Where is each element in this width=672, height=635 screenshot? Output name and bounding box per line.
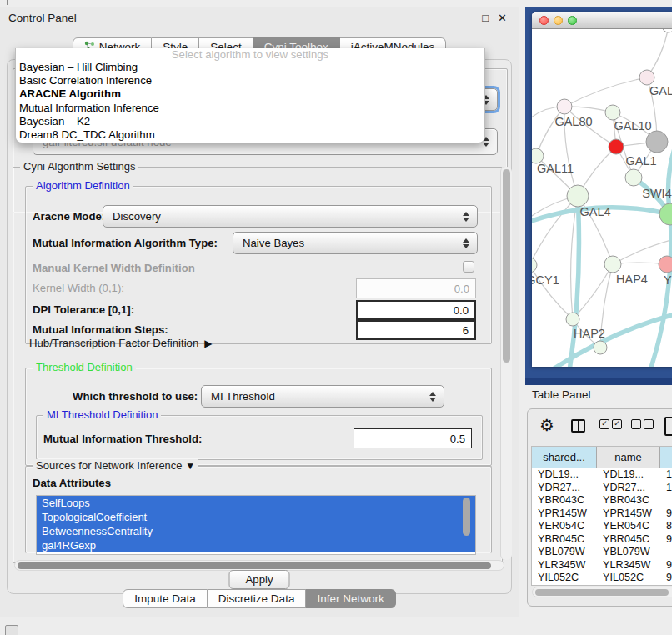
network-node-y[interactable] xyxy=(659,256,672,272)
hub-definition-expander[interactable]: Hub/Transcription Factor Definition ▶ xyxy=(29,337,213,349)
column-header-third[interactable] xyxy=(660,447,672,468)
network-node[interactable] xyxy=(659,203,672,225)
minimize-traffic-light-icon[interactable] xyxy=(554,16,563,25)
manual-kernel-width-checkbox[interactable] xyxy=(463,261,474,272)
network-node-label: HAP2 xyxy=(574,327,605,340)
kernel-width-field[interactable]: 0.0 xyxy=(356,278,476,298)
apply-button[interactable]: Apply xyxy=(229,570,290,589)
table-cell: 9 xyxy=(660,572,672,585)
mi-algorithm-type-combo[interactable]: Naive Bayes xyxy=(233,232,478,254)
network-window-titlebar[interactable] xyxy=(532,12,672,29)
network-canvas[interactable]: GALGAL80GAL10GAL1SWI4GAL11GAL4GCY1HAP4YH… xyxy=(532,29,672,367)
algorithm-option[interactable]: Mutual Information Inference xyxy=(16,102,484,115)
algorithm-option[interactable]: Bayesian – Hill Climbing xyxy=(16,61,484,74)
data-attribute-item[interactable]: BetweennessCentrality xyxy=(37,524,475,538)
export-table-icon[interactable] xyxy=(664,417,672,436)
close-traffic-light-icon[interactable] xyxy=(539,16,549,25)
network-edge[interactable] xyxy=(565,196,579,367)
algorithm-dropdown-popup: Select algorithm to view settings Bayesi… xyxy=(15,48,485,143)
table-cell: YPR145W xyxy=(597,508,660,521)
table-horizontal-scrollbar[interactable] xyxy=(532,587,672,598)
data-attribute-item[interactable]: gal4RGexp xyxy=(37,538,475,552)
algorithm-option[interactable]: Basic Correlation Inference xyxy=(16,74,484,88)
hide-unchecked-columns-icon[interactable] xyxy=(631,419,654,429)
mi-threshold-group: MI Threshold Definition Mutual Informati… xyxy=(36,415,483,460)
float-window-icon[interactable]: □ xyxy=(482,12,489,24)
table-row[interactable]: YLR345WYLR345W9. xyxy=(532,559,672,572)
network-node[interactable] xyxy=(662,29,672,32)
column-header-shared[interactable]: shared... xyxy=(532,447,597,468)
mi-steps-field[interactable]: 6 xyxy=(356,320,476,340)
cyni-algorithm-settings-title: Cyni Algorithm Settings xyxy=(20,160,138,172)
table-row[interactable]: YPR145WYPR145W9. xyxy=(532,508,672,521)
network-edge[interactable] xyxy=(647,29,669,78)
network-node[interactable] xyxy=(609,139,624,154)
attributes-scrollbar[interactable] xyxy=(463,498,470,536)
table-horizontal-thumb[interactable] xyxy=(535,589,669,596)
network-edge[interactable] xyxy=(640,214,671,367)
sources-title-text: Sources for Network Inference xyxy=(36,459,183,472)
algorithm-option[interactable]: Dream8 DC_TDC Algorithm xyxy=(16,128,484,142)
network-edge[interactable] xyxy=(564,78,647,107)
mi-threshold-field[interactable]: 0.5 xyxy=(354,428,472,448)
manual-kernel-width-label: Manual Kernel Width Definition xyxy=(33,262,195,274)
algorithm-option[interactable]: ARACNE Algorithm xyxy=(16,88,484,101)
network-node[interactable] xyxy=(594,341,607,354)
table-row[interactable]: YIL052CYIL052C9 xyxy=(532,572,672,585)
data-attribute-item[interactable]: TopologicalCoefficient xyxy=(37,510,475,524)
data-attribute-item[interactable]: SelfLoops xyxy=(37,496,475,510)
mi-algorithm-type-label: Mutual Information Algorithm Type: xyxy=(33,237,218,249)
close-window-icon[interactable]: ✕ xyxy=(498,12,507,24)
network-edge[interactable] xyxy=(669,129,672,214)
table-row[interactable]: YBR043CYBR043C xyxy=(532,494,672,508)
tab-impute-data[interactable]: Impute Data xyxy=(123,589,208,608)
network-node-gal10[interactable] xyxy=(605,105,620,120)
data-attributes-list[interactable]: SelfLoopsTopologicalCoefficientBetweenne… xyxy=(36,495,476,555)
settings-vertical-thumb[interactable] xyxy=(503,169,510,362)
tab-infer-network[interactable]: Infer Network xyxy=(306,589,395,608)
network-node-hap4[interactable] xyxy=(604,256,621,272)
table-row[interactable]: YDL19...YDL19...13 xyxy=(532,468,672,482)
data-attributes-label: Data Attributes xyxy=(33,477,111,489)
tab-discretize-data[interactable]: Discretize Data xyxy=(208,589,307,608)
table-cell: YLR345W xyxy=(597,559,660,572)
zoom-traffic-light-icon[interactable] xyxy=(568,16,577,25)
table-row[interactable]: YBL079WYBL079W xyxy=(532,546,672,559)
network-node-swi4[interactable] xyxy=(625,169,642,186)
network-node-gal80[interactable] xyxy=(557,99,572,114)
network-node-hap2[interactable] xyxy=(566,312,579,326)
table-cell xyxy=(660,494,672,508)
which-threshold-combo[interactable]: MI Threshold xyxy=(201,385,444,408)
aracne-mode-combo[interactable]: Discovery xyxy=(103,205,478,228)
expander-down-icon[interactable]: ▼ xyxy=(185,460,195,472)
network-view-frame[interactable]: GALGAL80GAL10GAL1SWI4GAL11GAL4GCY1HAP4YH… xyxy=(525,7,672,385)
table-cell: YBL079W xyxy=(597,546,660,559)
table-cell: YBR045C xyxy=(597,533,660,547)
network-node-gcy1[interactable] xyxy=(532,258,537,272)
combo-stepper-icon xyxy=(463,238,469,248)
mi-threshold-group-title: MI Threshold Definition xyxy=(43,408,161,421)
columns-icon[interactable] xyxy=(571,419,585,432)
corner-widget[interactable] xyxy=(5,625,18,635)
column-header-name[interactable]: name xyxy=(597,447,660,468)
table-row[interactable]: YBR045CYBR045C9. xyxy=(532,533,672,547)
network-node-gal4[interactable] xyxy=(567,185,589,207)
network-window: GALGAL80GAL10GAL1SWI4GAL11GAL4GCY1HAP4YH… xyxy=(532,12,672,367)
network-node-label: SWI4 xyxy=(642,187,671,200)
network-node-label: HAP4 xyxy=(616,272,648,286)
gear-icon[interactable]: ⚙ xyxy=(539,415,554,435)
mi-algorithm-type-value: Naive Bayes xyxy=(243,237,304,249)
dpi-tolerance-field[interactable]: 0.0 xyxy=(356,300,476,320)
table-row[interactable]: YDR27...YDR27...12 xyxy=(532,482,672,495)
algorithm-option[interactable]: Bayesian – K2 xyxy=(16,115,484,128)
network-node-label: GAL10 xyxy=(614,119,651,132)
network-node-gal1[interactable] xyxy=(646,131,668,152)
network-node-gal[interactable] xyxy=(639,70,654,85)
table-cell: YBR045C xyxy=(532,533,597,547)
table-row[interactable]: YER054CYER054C8. xyxy=(532,520,672,533)
dpi-tolerance-label: DPI Tolerance [0,1]: xyxy=(33,303,134,316)
show-checked-columns-icon[interactable]: ✓ ✓ xyxy=(599,419,622,429)
network-edge[interactable] xyxy=(536,107,564,156)
settings-horizontal-thumb[interactable] xyxy=(18,562,491,569)
settings-vertical-scrollbar[interactable] xyxy=(500,167,512,560)
